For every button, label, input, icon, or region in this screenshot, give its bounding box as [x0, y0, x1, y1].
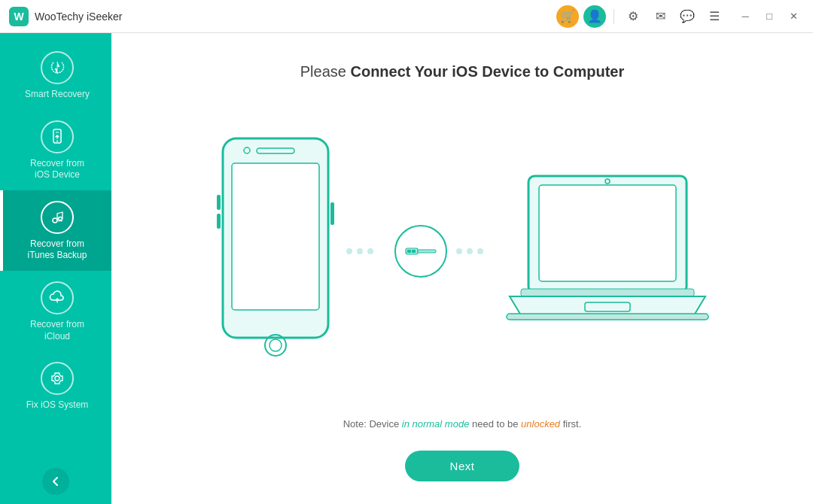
page-title: Please Connect Your iOS Device to Comput… — [300, 63, 624, 80]
svg-point-22 — [456, 248, 462, 254]
svg-point-17 — [367, 248, 373, 254]
recover-ios-icon — [41, 120, 74, 153]
note-prefix: Note: Device — [343, 418, 402, 430]
mail-button[interactable]: ✉ — [649, 5, 671, 28]
svg-rect-21 — [412, 250, 416, 253]
app-title: WooTechy iSeeker — [35, 11, 122, 23]
svg-point-11 — [269, 339, 282, 351]
svg-rect-12 — [217, 195, 221, 210]
divider — [614, 9, 614, 24]
note-unlocked: unlocked — [521, 418, 560, 430]
app-logo: W WooTechy iSeeker — [9, 7, 122, 26]
smart-recovery-label: Smart Recovery — [25, 89, 90, 101]
sidebar-item-recover-ios[interactable]: Recover fromiOS Device — [0, 110, 111, 190]
svg-point-2 — [56, 140, 58, 141]
fix-ios-icon — [41, 362, 74, 395]
note-suffix: first. — [560, 418, 581, 430]
recover-icloud-icon — [41, 281, 74, 314]
note-text: Note: Device in normal mode need to be u… — [343, 418, 582, 430]
back-button[interactable] — [42, 468, 69, 495]
sidebar-item-smart-recovery[interactable]: Smart Recovery — [0, 41, 111, 110]
title-bar: W WooTechy iSeeker 🛒 👤 ⚙ ✉ 💬 ☰ ─ □ ✕ — [0, 0, 813, 33]
recover-itunes-icon — [41, 201, 74, 234]
phone-illustration — [215, 135, 336, 368]
menu-button[interactable]: ☰ — [703, 5, 726, 28]
next-button[interactable]: Next — [405, 451, 520, 481]
svg-rect-14 — [330, 202, 334, 225]
note-middle: need to be — [469, 418, 521, 430]
svg-point-24 — [477, 248, 483, 254]
sidebar-item-fix-ios[interactable]: Fix iOS System — [0, 351, 111, 421]
svg-rect-7 — [232, 163, 319, 310]
recover-itunes-label: Recover fromiTunes Backup — [28, 238, 87, 262]
main-layout: Smart Recovery Recover fromiOS Device — [0, 33, 813, 504]
svg-rect-13 — [217, 214, 221, 229]
settings-button[interactable]: ⚙ — [622, 5, 644, 28]
svg-rect-19 — [418, 250, 436, 253]
svg-rect-20 — [407, 250, 411, 253]
svg-point-15 — [346, 248, 352, 254]
title-bold: Connect Your iOS Device to Computer — [350, 63, 624, 80]
sidebar-item-recover-itunes[interactable]: Recover fromiTunes Backup — [0, 190, 111, 271]
fix-ios-label: Fix iOS System — [26, 399, 89, 411]
minimize-button[interactable]: ─ — [735, 6, 756, 27]
recover-ios-label: Recover fromiOS Device — [30, 158, 84, 181]
content-area: Please Connect Your iOS Device to Comput… — [111, 33, 813, 504]
cable-area — [343, 225, 498, 278]
connect-illustration — [215, 111, 709, 391]
svg-point-3 — [53, 218, 57, 223]
note-normal-mode: in normal mode — [402, 418, 470, 430]
sidebar-item-recover-icloud[interactable]: Recover fromiCloud — [0, 271, 111, 351]
maximize-button[interactable]: □ — [759, 6, 780, 27]
svg-point-23 — [467, 248, 473, 254]
title-bar-actions: 🛒 👤 ⚙ ✉ 💬 ☰ ─ □ ✕ — [556, 5, 804, 28]
svg-point-16 — [357, 248, 363, 254]
close-button[interactable]: ✕ — [783, 6, 804, 27]
sidebar: Smart Recovery Recover fromiOS Device — [0, 33, 111, 504]
laptop-illustration — [506, 169, 709, 334]
smart-recovery-icon — [41, 51, 74, 84]
usb-connector — [394, 225, 447, 278]
recover-icloud-label: Recover fromiCloud — [30, 319, 84, 342]
logo-icon: W — [9, 7, 29, 26]
svg-rect-26 — [539, 185, 676, 281]
cart-button[interactable]: 🛒 — [556, 5, 579, 28]
svg-point-5 — [55, 376, 59, 381]
account-button[interactable]: 👤 — [583, 5, 606, 28]
window-controls: ─ □ ✕ — [735, 6, 804, 27]
svg-rect-30 — [507, 314, 708, 320]
svg-rect-28 — [521, 289, 694, 296]
chat-button[interactable]: 💬 — [676, 5, 699, 28]
